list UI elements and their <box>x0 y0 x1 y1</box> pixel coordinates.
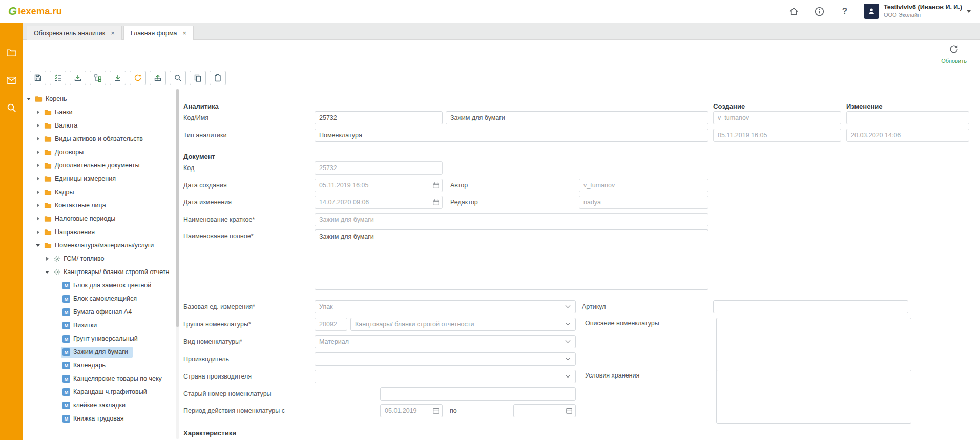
chevron-right-icon[interactable] <box>36 136 41 142</box>
tree-item-20[interactable]: MКалендарь <box>23 359 180 372</box>
tree-item-2[interactable]: Валюта <box>23 119 180 132</box>
toolbar-paste-button[interactable] <box>210 71 226 85</box>
info-icon[interactable] <box>812 5 826 18</box>
tree-item-19[interactable]: MЗажим для бумаги <box>23 345 180 359</box>
tree-scrollbar[interactable] <box>176 89 179 439</box>
search-icon[interactable] <box>5 101 17 114</box>
chevron-down-icon[interactable] <box>27 96 32 102</box>
toolbar-tree-button[interactable] <box>90 71 106 85</box>
label-period-to: по <box>450 407 513 414</box>
logo[interactable]: G lexema.ru <box>8 6 62 17</box>
toolbar-download-button[interactable] <box>110 71 126 85</box>
label-manufacturer: Производитель <box>183 355 315 363</box>
tab-label: Обозреватель аналитик <box>34 30 105 37</box>
close-icon[interactable]: × <box>111 30 115 36</box>
tree-item-10[interactable]: Направления <box>23 225 180 239</box>
toolbar-save-button[interactable] <box>30 71 46 85</box>
material-doc-icon: M <box>62 375 70 383</box>
chevron-right-icon[interactable] <box>36 176 41 182</box>
toolbar <box>23 68 980 88</box>
refresh-button[interactable]: Обновить <box>941 44 967 64</box>
tree-item-18[interactable]: MГрунт универсальный <box>23 332 180 345</box>
code-input[interactable] <box>315 111 443 124</box>
country-select[interactable] <box>315 370 576 383</box>
chevron-right-icon[interactable] <box>36 229 41 235</box>
article-input[interactable] <box>713 300 908 313</box>
tree-item-4[interactable]: Договоры <box>23 145 180 159</box>
tree-item-label: Контактные лица <box>55 202 106 209</box>
kind-select[interactable]: Материал <box>315 335 576 348</box>
label-short-name: Наименование краткое* <box>183 216 315 223</box>
tree-item-7[interactable]: Кадры <box>23 185 180 199</box>
chevron-down-icon[interactable] <box>45 269 51 275</box>
toolbar-copy-button[interactable] <box>190 71 206 85</box>
user-menu[interactable]: TestIvIvIv6 (Иванов И. И.) ООО Эколайн <box>864 4 971 19</box>
chevron-down-icon[interactable] <box>36 243 41 248</box>
row-base-unit: Базовая ед. измерения* Упак Артикул <box>183 300 975 313</box>
old-number-input[interactable] <box>380 387 576 401</box>
label-analytics-type: Тип аналитики <box>183 132 315 139</box>
help-icon[interactable]: ? <box>838 5 851 18</box>
description-textarea[interactable] <box>716 318 911 373</box>
calendar-icon[interactable] <box>432 182 440 189</box>
full-name-textarea[interactable]: Зажим для бумаги <box>315 229 708 290</box>
folder-icon <box>44 122 52 130</box>
chevron-right-icon[interactable] <box>36 110 41 115</box>
tree-item-24[interactable]: MКнижка трудовая <box>23 412 180 425</box>
tree-item-8[interactable]: Контактные лица <box>23 199 180 212</box>
tree-item-17[interactable]: MВизитки <box>23 319 180 332</box>
chevron-right-icon[interactable] <box>45 256 51 262</box>
group-select[interactable]: Канцтовары/ бланки строгой отчетности <box>350 318 576 331</box>
modified-at-field <box>846 129 969 142</box>
row-creation-date: Дата создания Автор <box>183 178 975 192</box>
calendar-icon[interactable] <box>432 199 440 206</box>
chevron-right-icon[interactable] <box>36 150 41 155</box>
folder-icon <box>44 149 52 156</box>
tree-item-15[interactable]: MБлок самоклеящийся <box>23 292 180 305</box>
toolbar-export-up-button[interactable] <box>150 71 166 85</box>
storage-conditions-textarea[interactable] <box>716 370 911 424</box>
name-input[interactable] <box>446 111 708 124</box>
analytics-type-input[interactable] <box>315 129 708 142</box>
tree-item-5[interactable]: Дополнительные документы <box>23 159 180 172</box>
tab-analytics-explorer[interactable]: Обозреватель аналитик × <box>27 26 122 40</box>
chevron-right-icon[interactable] <box>36 163 41 169</box>
header-actions: ? TestIvIvIv6 (Иванов И. И.) ООО Эколайн <box>787 4 971 19</box>
tree-item-13[interactable]: Канцтовары/ бланки строгой отчетн <box>23 265 180 279</box>
chevron-right-icon[interactable] <box>36 190 41 195</box>
tree-item-1[interactable]: Банки <box>23 106 180 119</box>
tree-item-14[interactable]: MБлок для заметок цветной <box>23 279 180 292</box>
tree-item-label: Корень <box>46 95 67 102</box>
tree-item-0[interactable]: Корень <box>23 92 180 106</box>
toolbar-refresh-button[interactable] <box>130 71 146 85</box>
tree-item-6[interactable]: Единицы измерения <box>23 172 180 185</box>
home-icon[interactable] <box>787 5 800 18</box>
tree-item-23[interactable]: Mклейкие закладки <box>23 399 180 412</box>
tree-item-11[interactable]: Номенклатура/материалы/услуги <box>23 239 180 252</box>
folder-nav-icon[interactable] <box>5 46 17 58</box>
tree-item-3[interactable]: Виды активов и обязательств <box>23 132 180 145</box>
tree-item-21[interactable]: MКанцелярские товары по чеку <box>23 372 180 385</box>
row-code-name: Код/Имя <box>183 111 975 124</box>
toolbar-search-button[interactable] <box>170 71 186 85</box>
calendar-icon[interactable] <box>566 407 573 414</box>
scrollbar-thumb[interactable] <box>176 89 179 327</box>
label-description: Описание номенклатуры <box>585 320 659 327</box>
mail-icon[interactable] <box>5 74 17 86</box>
tree-item-12[interactable]: ГСМ/ топливо <box>23 252 180 265</box>
toolbar-import-down-button[interactable] <box>70 71 86 85</box>
tree-panel: КореньБанкиВалютаВиды активов и обязател… <box>23 88 180 440</box>
manufacturer-select[interactable] <box>315 352 576 366</box>
tree-item-9[interactable]: Налоговые периоды <box>23 212 180 225</box>
toolbar-save-list-button[interactable] <box>50 71 66 85</box>
label-modify-date: Дата изменения <box>183 199 315 206</box>
tab-main-form[interactable]: Главная форма × <box>123 26 194 40</box>
tree-item-16[interactable]: MБумага офисная А4 <box>23 305 180 319</box>
chevron-right-icon[interactable] <box>36 216 41 222</box>
chevron-right-icon[interactable] <box>36 123 41 129</box>
calendar-icon[interactable] <box>432 407 440 414</box>
chevron-right-icon[interactable] <box>36 203 41 208</box>
tree-item-22[interactable]: MКарандаш ч.графитовый <box>23 385 180 399</box>
base-unit-select[interactable]: Упак <box>315 300 576 313</box>
close-icon[interactable]: × <box>183 30 187 36</box>
